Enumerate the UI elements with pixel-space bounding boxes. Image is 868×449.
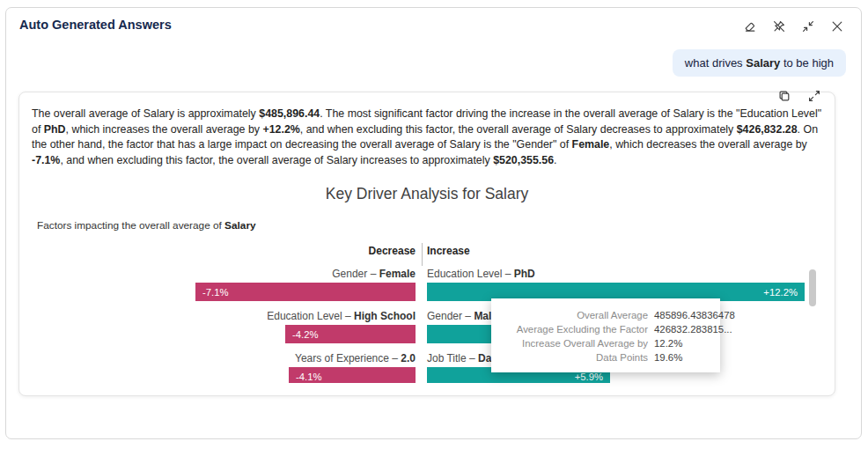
tooltip-value: 19.6% xyxy=(654,352,735,363)
column-divider xyxy=(422,243,423,266)
app-canvas: { "panel": { "title": "Auto Generated An… xyxy=(0,0,868,449)
unpin-icon[interactable] xyxy=(769,17,789,36)
decrease-bar[interactable]: -4.1% xyxy=(289,367,416,383)
bar-value-label: -7.1% xyxy=(202,287,229,298)
tooltip-value: 485896.43836478 xyxy=(654,310,735,320)
factor-label: Gender – Male xyxy=(427,310,497,322)
tooltip-value: 426832.283815... xyxy=(654,324,735,335)
decrease-bar[interactable]: -7.1% xyxy=(195,283,416,301)
decrease-bar[interactable]: -4.2% xyxy=(285,325,416,343)
auto-answers-panel: Auto Generated Answers xyxy=(5,7,862,439)
decrease-cell: Gender – Female -7.1% xyxy=(195,268,416,301)
factor-label: Education Level – High School xyxy=(267,310,416,322)
answer-paragraph: The overall average of Salary is approxi… xyxy=(32,107,822,168)
tooltip-label: Data Points xyxy=(500,352,648,363)
increase-cell: Education Level – PhD +12.2% xyxy=(427,268,805,301)
factor-label: Years of Experience – 2.0 xyxy=(295,352,416,364)
chart-tooltip: Overall Average 485896.43836478 Average … xyxy=(491,298,720,372)
decrease-column-header: Decrease xyxy=(369,245,416,257)
user-question-bubble: what drives Salary to be high xyxy=(673,49,846,77)
tooltip-label: Overall Average xyxy=(500,310,648,320)
decrease-cell: Education Level – High School -4.2% xyxy=(267,310,416,343)
panel-title: Auto Generated Answers xyxy=(19,18,172,32)
close-icon[interactable] xyxy=(828,17,847,36)
chart-title: Key Driver Analysis for Salary xyxy=(19,185,835,203)
panel-toolbar xyxy=(740,17,847,36)
chart-scrollbar-thumb[interactable] xyxy=(809,269,816,306)
tooltip-label: Increase Overall Average by xyxy=(500,338,648,349)
tooltip-label: Average Excluding the Factor xyxy=(500,324,648,335)
increase-column-header: Increase xyxy=(427,245,470,257)
bar-value-label: +12.2% xyxy=(763,287,798,298)
bar-value-label: -4.2% xyxy=(292,329,319,340)
factor-label: Job Title – Dat xyxy=(427,352,495,364)
factor-label: Education Level – PhD xyxy=(427,268,535,280)
tooltip-value: 12.2% xyxy=(654,338,735,349)
factor-label: Gender – Female xyxy=(332,268,416,280)
decrease-cell: Years of Experience – 2.0 -4.1% xyxy=(289,352,416,383)
eraser-icon[interactable] xyxy=(740,17,760,36)
bar-value-label: -4.1% xyxy=(296,372,322,382)
chart-subtitle: Factors impacting the overall average of… xyxy=(37,219,256,232)
collapse-icon[interactable] xyxy=(798,17,818,36)
bar-value-label: +5.9% xyxy=(575,372,603,382)
